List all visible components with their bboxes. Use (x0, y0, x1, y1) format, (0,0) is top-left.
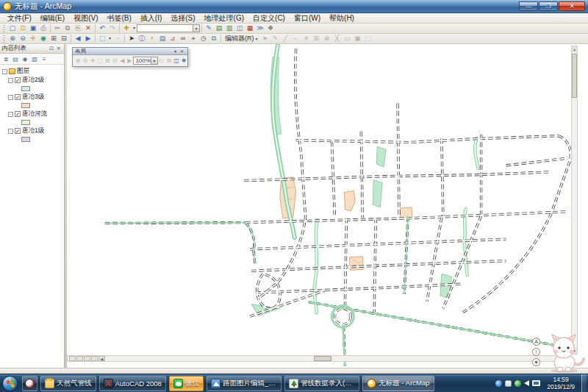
pan-icon[interactable]: ✛ (28, 34, 38, 43)
toc-header[interactable]: 内容列表 ⊡ ✕ (0, 44, 64, 54)
scroll-left-icon[interactable]: ◀ (98, 356, 105, 361)
tray-app-icon-white[interactable] (505, 380, 512, 387)
scale-dropdown-icon[interactable]: ▾ (193, 25, 199, 32)
full-extent-icon[interactable]: ◉ (38, 34, 49, 43)
layout-toolbar-titlebar[interactable]: 布局 ▾ ✕ (73, 48, 187, 55)
tray-app-icon-blue[interactable] (495, 380, 502, 387)
menu-help[interactable]: 帮助(H) (325, 13, 359, 23)
layout-toolbar-close-icon[interactable]: ✕ (179, 49, 185, 54)
search-window-icon[interactable]: ◫ (234, 24, 245, 33)
clear-selection-icon[interactable]: ▫ (112, 34, 123, 43)
expander-icon[interactable]: - (8, 95, 13, 100)
pet-cat[interactable] (542, 333, 585, 373)
taskbar-folder-button[interactable]: 天然气管线 (40, 376, 96, 391)
layout-toolbar[interactable]: 布局 ▾ ✕ ⊕ ⊖ ✛ ⬚ ⊞ ⊟ ◀ ▶ 100% (72, 47, 188, 67)
layout-zoom-in-icon[interactable]: ⊕ (74, 56, 82, 65)
zoom-in-icon[interactable]: ⊕ (7, 34, 18, 43)
hyperlink-icon[interactable]: ⚡ (147, 34, 157, 43)
zoom-out-icon[interactable]: ⊖ (18, 34, 28, 43)
measure-icon[interactable]: ⊿ (168, 34, 178, 43)
layer-symbol-swatch[interactable] (21, 120, 30, 125)
reshape-icon[interactable]: ╳ (332, 34, 343, 43)
toolbar-grip[interactable] (3, 25, 5, 32)
toolbar-grip[interactable] (3, 35, 5, 43)
table-of-contents-icon[interactable]: ▤ (214, 24, 224, 33)
scroll-up-icon[interactable]: ▲ (572, 46, 577, 52)
point-icon[interactable]: ⊞ (312, 34, 322, 43)
tray-app-icon-green[interactable] (514, 380, 521, 387)
attributes-icon[interactable]: ⬚ (363, 34, 373, 43)
expander-icon[interactable]: - (8, 112, 13, 117)
map-scale-combobox[interactable]: ▾ (137, 24, 200, 32)
layer-checkbox[interactable]: ✓ (15, 94, 21, 100)
layout-fixed-zoom-out-icon[interactable]: ⊟ (111, 56, 118, 65)
paste-icon[interactable]: ⎘ (73, 24, 83, 33)
layout-zoom-dropdown-icon[interactable]: ▾ (151, 57, 157, 64)
maximize-button[interactable]: ❐ (539, 1, 558, 11)
endpoint-arc-icon[interactable]: ⌐ (291, 34, 301, 43)
python-window-icon[interactable]: ≫ (255, 24, 265, 33)
modelbuilder-icon[interactable]: ❖ (265, 24, 276, 33)
fixed-zoom-out-icon[interactable]: ⊟ (59, 34, 69, 43)
pet-menu-button-a[interactable]: A (532, 338, 540, 346)
layer-symbol-swatch[interactable] (21, 86, 30, 91)
go-back-extent-icon[interactable]: ◀ (73, 34, 83, 43)
volume-icon[interactable] (524, 380, 529, 386)
show-desktop-button[interactable] (581, 374, 587, 392)
layer-checkbox[interactable]: ✓ (15, 77, 21, 83)
layout-toggle-draft-icon[interactable]: ▭ (158, 56, 165, 65)
layout-forward-extent-icon[interactable]: ▶ (126, 56, 133, 65)
toc-pin-icon[interactable]: ⊡ (48, 46, 55, 51)
menu-window[interactable]: 窗口(W) (290, 13, 325, 23)
identify-icon[interactable]: ⓘ (137, 34, 147, 43)
expander-icon[interactable]: - (8, 129, 13, 134)
edit-annotation-icon[interactable]: ✎ (270, 34, 281, 43)
straight-segment-icon[interactable]: ╱ (281, 34, 291, 43)
list-by-source-icon[interactable]: ▤ (11, 54, 20, 64)
pause-drawing-button[interactable] (91, 356, 98, 361)
layout-focus-dataframe-icon[interactable]: ⧉ (165, 56, 173, 65)
network-icon[interactable] (532, 380, 540, 386)
editor-menu-button[interactable]: 编辑器(R) ▾ (223, 34, 260, 43)
taskbar-image-editor-button[interactable]: 路面图片编辑_20... (207, 376, 282, 391)
copy-icon[interactable]: ⧉ (62, 24, 73, 33)
expander-icon[interactable]: - (2, 69, 7, 74)
taskbar-autocad-button[interactable]: A AutoCAD 2008 (99, 376, 166, 391)
vertical-scrollbar[interactable]: ▲ ▼ (571, 46, 578, 354)
layout-view-button[interactable] (76, 356, 83, 361)
viewer-window-icon[interactable]: ⧉ (209, 34, 219, 43)
editor-toolbar-toggle-icon[interactable]: ✎ (204, 24, 214, 33)
cut-polygons-icon[interactable]: ▭ (343, 34, 353, 43)
list-by-selection-icon[interactable]: ▧ (30, 54, 39, 64)
menu-edit[interactable]: 编辑(E) (36, 13, 69, 23)
layout-zoom-whole-page-icon[interactable]: ⬚ (96, 56, 104, 65)
layer-symbol-swatch[interactable] (21, 137, 30, 142)
desktop-pet[interactable]: A ! ♥ (532, 333, 585, 373)
layer-checkbox[interactable]: ✓ (15, 128, 21, 134)
horizontal-scrollbar[interactable]: ◀ (67, 355, 570, 362)
menu-geoprocessing[interactable]: 地理处理(G) (200, 13, 248, 23)
vertical-scroll-thumb[interactable] (572, 54, 577, 98)
menu-view[interactable]: 视图(V) (69, 13, 102, 23)
layout-pan-icon[interactable]: ✛ (89, 56, 96, 65)
layout-zoom-out-icon[interactable]: ⊖ (82, 56, 89, 65)
layout-zoom-100-icon[interactable]: ⊞ (104, 56, 111, 65)
undo-icon[interactable]: ↶ (97, 24, 107, 33)
save-icon[interactable]: ▣ (28, 24, 38, 33)
data-view-button[interactable] (69, 356, 76, 361)
menu-selection[interactable]: 选择(S) (166, 13, 199, 23)
catalog-window-icon[interactable]: ▥ (224, 24, 234, 33)
go-forward-extent-icon[interactable]: ▶ (83, 34, 93, 43)
taskbar-pinned-app-button[interactable] (22, 376, 37, 391)
layout-zoom-combobox[interactable]: 100% ▾ (133, 57, 157, 65)
toc-layer-item[interactable]: - ✓ 唐冶2级 (8, 76, 64, 93)
layout-data-driven-pages-icon[interactable]: ◫ (173, 56, 180, 65)
html-popup-icon[interactable]: ▤ (157, 34, 168, 43)
trace-icon[interactable]: ✳ (301, 34, 312, 43)
add-data-dropdown-icon[interactable]: ▾ (132, 24, 137, 33)
layer-checkbox[interactable]: ✓ (15, 111, 21, 117)
minimize-button[interactable]: — (519, 1, 538, 11)
map-canvas[interactable] (67, 44, 588, 368)
open-icon[interactable]: ⊡ (18, 24, 28, 33)
toc-layer-item[interactable]: - ✓ 唐冶1级 (8, 126, 64, 143)
